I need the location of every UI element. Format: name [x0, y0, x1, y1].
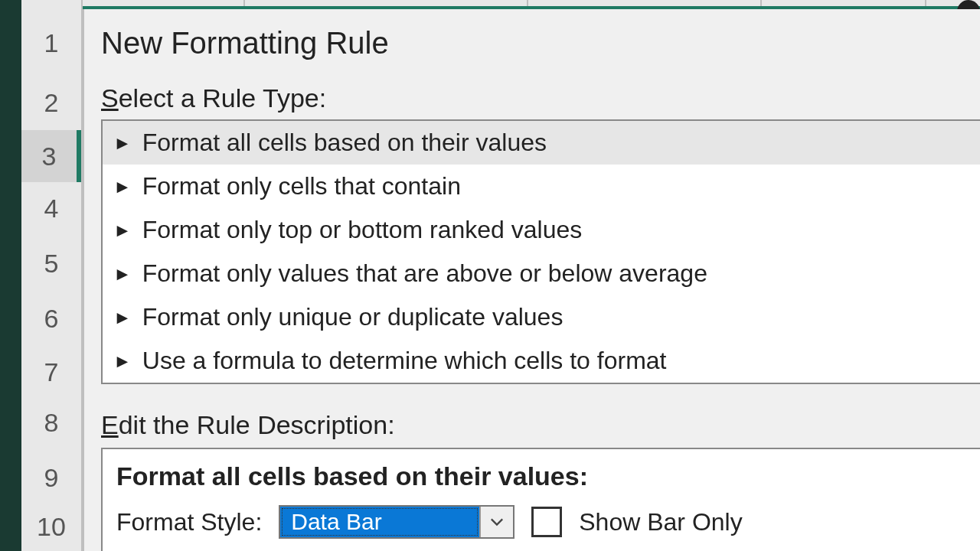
- new-formatting-rule-dialog: New Formatting Rule Select a Rule Type: …: [83, 9, 980, 551]
- format-style-combobox[interactable]: Data Bar: [279, 505, 514, 539]
- rule-type-label: Use a formula to determine which cells t…: [142, 347, 667, 375]
- rule-type-label: Format only unique or duplicate values: [142, 303, 564, 331]
- row-number[interactable]: 2: [21, 77, 81, 129]
- dialog-title: New Formatting Rule: [101, 26, 980, 60]
- row-number[interactable]: 5: [21, 237, 81, 289]
- rule-type-label: Format only cells that contain: [142, 172, 461, 201]
- rule-type-label: Format only top or bottom ranked values: [142, 216, 583, 244]
- rule-type-list[interactable]: ►Format all cells based on their values►…: [101, 119, 980, 384]
- row-number[interactable]: 10: [21, 500, 81, 551]
- rule-type-label: Format all cells based on their values: [142, 129, 547, 157]
- rule-type-item[interactable]: ►Use a formula to determine which cells …: [103, 339, 980, 383]
- bullet-icon: ►: [113, 352, 132, 370]
- select-rule-type-label: Select a Rule Type:: [101, 83, 980, 113]
- rule-description-panel: Format all cells based on their values: …: [101, 448, 980, 551]
- rule-type-item[interactable]: ►Format only top or bottom ranked values: [103, 208, 980, 252]
- show-bar-only-checkbox[interactable]: [531, 507, 562, 537]
- rule-type-item[interactable]: ►Format all cells based on their values: [103, 121, 980, 165]
- bullet-icon: ►: [113, 308, 132, 327]
- left-dark-strip: [0, 0, 21, 551]
- bullet-icon: ►: [113, 178, 132, 196]
- row-number[interactable]: 7: [21, 346, 81, 398]
- column-header-strip: [83, 0, 980, 9]
- row-number[interactable]: 8: [21, 396, 81, 448]
- format-style-value: Data Bar: [280, 507, 479, 537]
- bullet-icon: ►: [113, 134, 132, 152]
- rule-description-heading: Format all cells based on their values:: [116, 461, 980, 491]
- row-number[interactable]: 9: [21, 452, 81, 504]
- format-style-label: Format Style:: [116, 508, 262, 536]
- chevron-down-icon[interactable]: [479, 507, 513, 537]
- rule-type-item[interactable]: ►Format only cells that contain: [103, 165, 980, 208]
- row-number[interactable]: 6: [21, 292, 81, 344]
- rule-type-item[interactable]: ►Format only unique or duplicate values: [103, 295, 980, 339]
- row-number[interactable]: 3: [21, 130, 81, 182]
- bullet-icon: ►: [113, 221, 132, 240]
- edit-rule-description-label: Edit the Rule Description:: [101, 410, 980, 440]
- rule-type-item[interactable]: ►Format only values that are above or be…: [103, 252, 980, 295]
- row-number-gutter: 12345678910: [21, 0, 83, 551]
- rule-type-label: Format only values that are above or bel…: [142, 259, 707, 288]
- row-number[interactable]: 1: [21, 17, 81, 69]
- bullet-icon: ►: [113, 265, 132, 283]
- show-bar-only-label: Show Bar Only: [579, 508, 742, 536]
- row-number[interactable]: 4: [21, 182, 81, 234]
